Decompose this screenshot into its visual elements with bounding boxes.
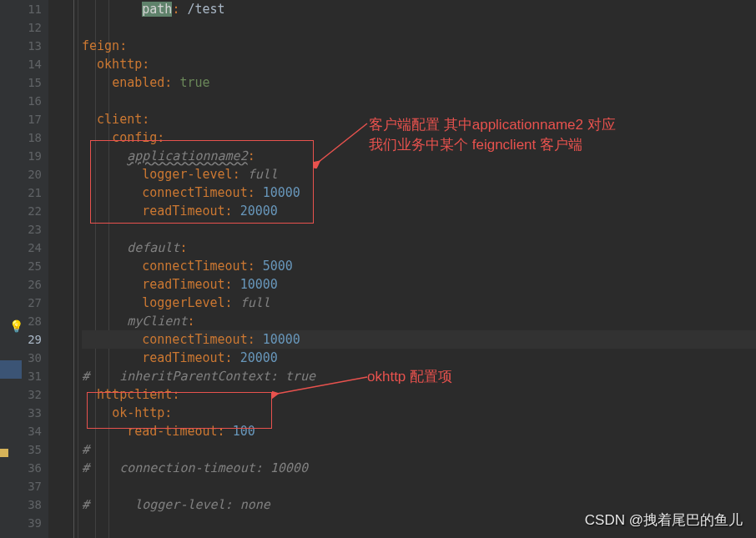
code-line[interactable]: read-timeout: 100 xyxy=(82,422,756,440)
fold-gutter xyxy=(48,0,78,538)
code-line[interactable]: okhttp: xyxy=(82,55,756,73)
code-line[interactable]: ok-http: xyxy=(82,404,756,422)
code-line[interactable]: loggerLevel: full xyxy=(82,294,756,312)
code-line[interactable]: myClient: xyxy=(82,312,756,330)
code-line[interactable]: # xyxy=(82,440,756,459)
code-line[interactable]: connectTimeout: 10000 xyxy=(82,330,756,349)
code-line[interactable]: readTimeout: 10000 xyxy=(82,275,756,294)
code-line[interactable] xyxy=(82,477,756,495)
code-line[interactable]: path: /test xyxy=(82,0,756,18)
code-line[interactable] xyxy=(82,220,756,239)
change-marker xyxy=(0,360,22,379)
line-number-gutter: 1112131415161718192021222324252627282930… xyxy=(22,0,48,538)
code-line[interactable] xyxy=(82,18,756,37)
code-line[interactable]: connectTimeout: 5000 xyxy=(82,257,756,275)
code-editor: 1112131415161718192021222324252627282930… xyxy=(0,0,756,538)
marker-gutter xyxy=(0,0,22,538)
code-line[interactable]: feign: xyxy=(82,37,756,55)
code-line[interactable]: default: xyxy=(82,239,756,257)
code-line[interactable]: readTimeout: 20000 xyxy=(82,202,756,220)
selection: path xyxy=(142,2,172,17)
code-area[interactable]: path: /test feign: okhttp: enabled: true… xyxy=(78,0,756,538)
watermark: CSDN @拽着尾巴的鱼儿 xyxy=(585,510,743,530)
code-line[interactable]: logger-level: full xyxy=(82,165,756,184)
code-line[interactable]: # connection-timeout: 10000 xyxy=(82,459,756,477)
annotation-text-1: 客户端配置 其中applicationname2 对应 我们业务中某个 feig… xyxy=(369,115,616,155)
code-line[interactable]: connectTimeout: 10000 xyxy=(82,184,756,202)
warning-marker xyxy=(0,449,8,457)
code-line[interactable] xyxy=(82,92,756,110)
code-line[interactable]: enabled: true xyxy=(82,73,756,92)
code-line[interactable]: httpclient: xyxy=(82,385,756,404)
intention-bulb-icon[interactable]: 💡 xyxy=(9,319,23,333)
annotation-text-2: okhttp 配置项 xyxy=(367,367,452,387)
code-line[interactable]: readTimeout: 20000 xyxy=(82,349,756,367)
